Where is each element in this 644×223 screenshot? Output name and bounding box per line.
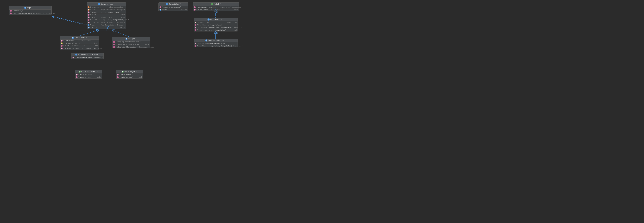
class-league: C League * m * League(List<Competitor>) … bbox=[112, 37, 150, 48]
matchrandom-row-givewinner: m * giveWinner(Competitor, Competitor) C… bbox=[194, 26, 238, 29]
competition-row-play: m * play() void bbox=[87, 14, 126, 16]
class-tournamentexception-header: C TournamentException * bbox=[72, 53, 104, 56]
matchrandom-competition-type: Competition bbox=[226, 22, 237, 23]
tournament-ispoweroftwo-name: isPowerOfTwo(int) bbox=[65, 42, 90, 44]
competitor-title: Competitor bbox=[168, 3, 180, 5]
competition-match-name: match bbox=[92, 27, 119, 29]
tournament-row-ispoweroftwo: m * isPowerOfTwo(int) boolean bbox=[60, 42, 99, 45]
svg-line-5 bbox=[52, 16, 87, 25]
maputil-header-icon: C bbox=[24, 7, 26, 9]
competitor-constructor-name: Competitor(String) bbox=[164, 6, 187, 8]
mockmatchrandom-givewinner-icon: m bbox=[195, 45, 196, 47]
tournament-row-constructor: m * Tournament(List<Competitor>) bbox=[60, 40, 99, 42]
competition-match-type: Match bbox=[120, 27, 125, 29]
matchrandom-competition-name: competition bbox=[198, 22, 225, 23]
mainleague-main-name: main(String[]) bbox=[121, 76, 137, 78]
competition-row-play-list: m * play(List<Competitor>) void bbox=[87, 16, 126, 19]
class-tournamentexception: C TournamentException * m * TournamentEx… bbox=[72, 53, 104, 59]
class-tournament: C Tournament * m * Tournament(List<Compe… bbox=[60, 36, 99, 50]
competition-playmatch-name: playMatch(Competitor, Competitor) bbox=[92, 19, 124, 21]
mockmatchrandom-constructor-icon: m bbox=[195, 43, 196, 44]
matchrandom-row-play: m * play(Competitor, Competitor) void bbox=[194, 29, 238, 31]
matchrandom-play-type: void bbox=[233, 29, 237, 31]
svg-line-1 bbox=[79, 30, 99, 36]
tournament-title: Tournament bbox=[74, 37, 85, 39]
tournament-play-name: play(List<Competitor>) bbox=[65, 45, 94, 47]
competitor-name-icon: f bbox=[160, 9, 161, 11]
maintournament-constructor-icon: m bbox=[76, 74, 78, 75]
matchrandom-constructor-icon: m bbox=[195, 24, 196, 26]
maputil-constructor-name: MapUtil() bbox=[14, 10, 50, 12]
matchrandom-constructor-name: MatchRandom(Competition) bbox=[198, 24, 237, 26]
matchrandom-title: MatchRandom bbox=[210, 19, 222, 21]
competition-map-name: map bbox=[92, 24, 100, 26]
mainleague-main-icon: m bbox=[117, 76, 119, 78]
competition-play-icon: m bbox=[88, 14, 90, 16]
tournamentexception-constructor-name: TournamentException(String) bbox=[76, 57, 103, 58]
maputil-sort-type: Map<K, V> bbox=[46, 13, 55, 14]
competition-row-playmatch: m * playMatch(Competitor, Competitor) vo… bbox=[87, 19, 126, 21]
competition-map-type: Map<Competitor, Integer> bbox=[101, 24, 125, 26]
mainleague-constructor-name: MainLeague() bbox=[121, 74, 142, 75]
match-givewinner-icon: m bbox=[194, 6, 196, 8]
mockmatchrandom-constructor-name: MockMatchRandom(Competition) bbox=[198, 43, 237, 44]
competition-map-icon: f bbox=[88, 24, 90, 26]
class-competitor: C Competitor * m * Competitor(String) f … bbox=[158, 3, 188, 11]
tournamentexception-title: TournamentException bbox=[78, 54, 98, 56]
class-maintournament: C MainTournament * m * MainTournament() … bbox=[75, 70, 102, 78]
matchrandom-row-competition: f * competition Competition bbox=[194, 21, 238, 24]
class-competition: C Competition * f i competitors List<Com… bbox=[87, 3, 126, 29]
competition-rank-name: rank bbox=[92, 9, 100, 11]
competition-ranking-type: Map<Competitor, Integer> bbox=[101, 22, 125, 23]
league-playmatch-icon: m bbox=[113, 46, 115, 48]
tournament-ispoweroftwo-type: boolean bbox=[91, 42, 98, 44]
mockmatchrandom-title: MockMatchRandom bbox=[208, 39, 224, 42]
competition-play-list-type: void bbox=[121, 17, 125, 18]
class-competitor-header: C Competitor * bbox=[158, 3, 188, 6]
maintournament-main-name: main(String[]) bbox=[80, 76, 96, 78]
match-title: Match bbox=[214, 3, 219, 5]
competitor-name-type: String bbox=[181, 9, 187, 11]
league-row-constructor: m * League(List<Competitor>) bbox=[112, 41, 150, 43]
match-givewinner-type: Competitor bbox=[232, 6, 242, 8]
maputil-sort-icon: m bbox=[10, 13, 12, 14]
competition-row-match: f * match Match bbox=[87, 26, 126, 29]
tournament-constructor-name: Tournament(List<Competitor>) bbox=[65, 40, 98, 42]
svg-line-0 bbox=[52, 17, 87, 25]
mainleague-header-icon: C bbox=[122, 71, 124, 73]
competition-playmatch-icon: m bbox=[88, 19, 90, 21]
tournament-row-play: m * play(List<Competitor>) void bbox=[60, 45, 99, 47]
league-row-play: m * play(List<Competitor>) void bbox=[112, 43, 150, 46]
class-match: I Match * m * giveWinner(Competitor, Com… bbox=[193, 3, 239, 11]
competition-ranking-name: ranking() bbox=[92, 22, 100, 23]
svg-marker-10 bbox=[214, 32, 217, 34]
class-mockmatchrandom-header: C MockMatchRandom * bbox=[194, 39, 238, 42]
class-league-header: C League * bbox=[112, 37, 150, 41]
matchrandom-givewinner-icon: m bbox=[195, 27, 196, 29]
competition-header-icon: C bbox=[98, 3, 100, 5]
tournament-row-playmatch: m * playMatch(Competitor, Competitor) vo… bbox=[60, 47, 99, 50]
maintournament-constructor-name: MainTournament() bbox=[80, 74, 101, 75]
tournament-play-icon: m bbox=[61, 45, 63, 47]
class-tournament-header: C Tournament * bbox=[60, 36, 99, 40]
class-maputil: C MapUtil * m * MapUtil() m * sortByDesc… bbox=[9, 6, 52, 15]
matchrandom-competition-icon: f bbox=[195, 22, 196, 23]
matchrandom-play-name: play(Competitor, Competitor) bbox=[198, 29, 232, 31]
maintournament-row-constructor: m * MainTournament() bbox=[75, 73, 102, 76]
matchrandom-row-constructor: m * MatchRandom(Competition) bbox=[194, 24, 238, 26]
competitor-constructor-icon: m bbox=[160, 6, 161, 8]
competition-constructor-name: Competition(List<Competitor>) bbox=[92, 11, 125, 13]
maputil-sort-name: sortByDescendingValue(Map<K, V>) bbox=[14, 13, 46, 14]
competition-play-list-icon: m bbox=[88, 17, 90, 18]
league-playmatch-type: void bbox=[150, 46, 154, 48]
svg-line-2 bbox=[112, 30, 130, 37]
maintournament-header-icon: C bbox=[79, 71, 81, 73]
competition-row-constructor: m * Competition(List<Competitor>) bbox=[87, 11, 126, 14]
competition-play-type: void bbox=[121, 14, 125, 16]
class-matchrandom: C MatchRandom * f * competition Competit… bbox=[194, 18, 238, 32]
tournament-playmatch-type: void bbox=[98, 48, 102, 49]
league-play-name: play(List<Competitor>) bbox=[117, 44, 144, 45]
maputil-constructor-icon: m bbox=[10, 10, 12, 12]
mainleague-row-main: m * main(String[]) void bbox=[116, 76, 142, 78]
league-playmatch-name: playMatch(Competitor, Competitor) bbox=[117, 46, 150, 48]
